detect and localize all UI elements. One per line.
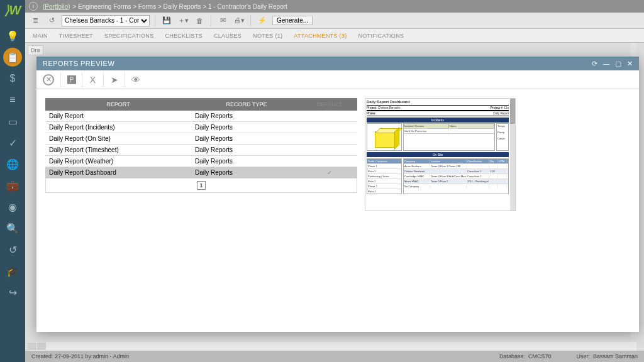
tab-checklists[interactable]: CHECKLISTS (165, 33, 203, 39)
reload-icon[interactable]: ⟳ (592, 60, 598, 68)
tab-notes-[interactable]: NOTES (1) (253, 33, 282, 39)
modal-title: REPORTS PREVIEW (43, 60, 114, 67)
pdf-icon[interactable]: 🅿 (60, 72, 75, 87)
logout-icon[interactable]: ↪ (3, 283, 22, 302)
bolt-icon: ⚡ (256, 14, 269, 27)
save-icon[interactable]: 💾 (160, 14, 173, 27)
drag-handle: Dra (28, 45, 43, 55)
sidebar: ⟩W 💡📋$≡▭✓🌐💼◉🔍↺🎓↪ (0, 0, 25, 362)
record-selector[interactable]: Chelsea Barracks - 1 - Contractor's D (62, 15, 150, 26)
list-icon[interactable]: ≡ (3, 90, 22, 109)
reports-preview-modal: REPORTS PREVIEW ⟳ — ▢ ✕ ✕ 🅿 X ➤ 👁 (36, 57, 639, 332)
refresh-icon[interactable]: ↺ (45, 14, 58, 27)
status-created: Created: 27-09-2011 by admin - Admin (31, 353, 129, 359)
cancel-icon[interactable]: ✕ (43, 74, 54, 85)
page-input[interactable] (197, 181, 206, 190)
table-row[interactable]: Daily Report DashboardDaily Reports✓ (45, 167, 357, 178)
toolbar: ≣ ↺ Chelsea Barracks - 1 - Contractor's … (25, 13, 644, 29)
table-row[interactable]: Daily ReportDaily Reports (45, 111, 357, 122)
table-row[interactable]: Daily Report (Weather)Daily Reports (45, 156, 357, 167)
tab-notifications[interactable]: NOTIFICATIONS (358, 33, 404, 39)
maximize-icon[interactable]: ▢ (615, 60, 622, 68)
preview-chart (367, 123, 402, 151)
col-default-header[interactable]: DEFAULT (302, 98, 357, 111)
grad-icon[interactable]: 🎓 (3, 261, 22, 280)
table-row[interactable]: Daily Report (Incidents)Daily Reports (45, 122, 357, 133)
search-icon[interactable]: 🔍 (3, 219, 22, 238)
report-preview-thumbnail: Daily Report Dashboard Project: Chelsea … (365, 98, 516, 211)
table-row[interactable]: Daily Report (On Site)Daily Reports (45, 133, 357, 145)
user-icon[interactable]: ◉ (3, 197, 22, 216)
mail-icon[interactable]: ✉ (216, 14, 229, 27)
tab-attachments-[interactable]: ATTACHMENTS (3) (294, 33, 347, 39)
modal-titlebar: REPORTS PREVIEW ⟳ — ▢ ✕ (36, 57, 639, 70)
check-icon[interactable]: ✓ (3, 133, 22, 152)
breadcrumb: i (Portfolio) > Engineering Forms > Form… (25, 0, 644, 13)
col-report-header[interactable]: REPORT (45, 98, 191, 111)
excel-icon[interactable]: X (82, 72, 97, 87)
tab-main[interactable]: MAIN (33, 33, 48, 39)
add-icon[interactable]: ＋▾ (177, 14, 189, 27)
col-type-header[interactable]: RECORD TYPE (191, 98, 302, 111)
tab-specifications[interactable]: SPECIFICATIONS (104, 33, 154, 39)
minimize-icon[interactable]: — (603, 60, 611, 68)
generate-button[interactable]: Generate... (272, 16, 313, 25)
preview-icon[interactable]: 👁 (125, 72, 140, 87)
table-pager (45, 178, 357, 193)
status-bar: Created: 27-09-2011 by admin - Admin Dat… (25, 351, 644, 362)
cost-icon[interactable]: $ (3, 69, 22, 88)
table-row[interactable]: Daily Report (Timesheet)Daily Reports (45, 145, 357, 156)
content-area: Dra REPORTS PREVIEW ⟳ — ▢ ✕ ✕ (25, 43, 644, 351)
menu-icon[interactable]: ≣ (29, 14, 42, 27)
tab-timesheet[interactable]: TIMESHEET (59, 33, 93, 39)
info-icon[interactable]: i (29, 2, 38, 11)
docs-icon[interactable]: ▭ (3, 112, 22, 131)
print-icon[interactable]: 🖨▾ (233, 14, 245, 27)
tab-clauses[interactable]: CLAUSES (214, 33, 242, 39)
briefcase-icon[interactable]: 💼 (3, 176, 22, 195)
ideas-icon[interactable]: 💡 (3, 26, 22, 45)
modal-toolbar: ✕ 🅿 X ➤ 👁 (36, 70, 639, 89)
forms-icon[interactable]: 📋 (3, 48, 22, 67)
preview-title: Daily Report Dashboard (367, 100, 509, 104)
app-logo: ⟩W (4, 3, 21, 18)
send-icon[interactable]: ➤ (103, 72, 118, 87)
reports-table: REPORT RECORD TYPE DEFAULT Daily ReportD… (45, 98, 357, 323)
tabs: MAINTIMESHEETSPECIFICATIONSCHECKLISTSCLA… (25, 29, 644, 43)
close-icon[interactable]: ✕ (627, 60, 633, 68)
preview-scrollbar[interactable] (510, 99, 515, 211)
h-scrollbar[interactable] (28, 342, 636, 351)
globe-icon[interactable]: 🌐 (3, 155, 22, 173)
delete-icon[interactable]: 🗑 (193, 14, 206, 27)
history-icon[interactable]: ↺ (3, 240, 22, 259)
breadcrumb-root[interactable]: (Portfolio) (43, 3, 70, 10)
